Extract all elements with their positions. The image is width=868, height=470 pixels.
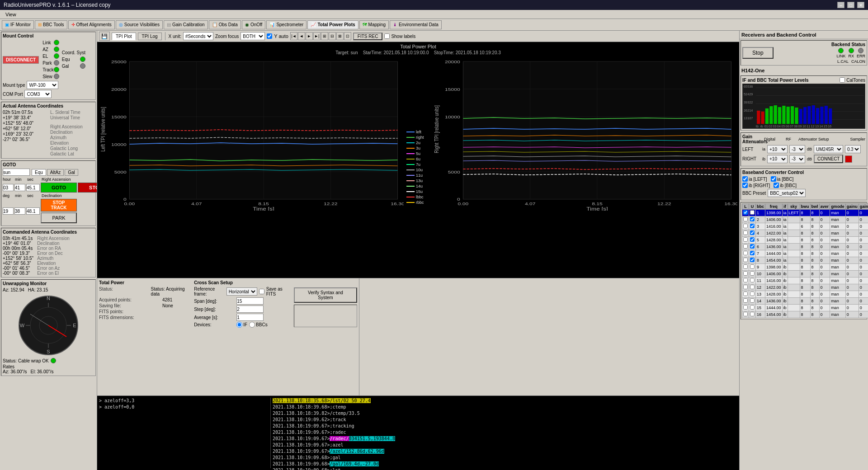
sec-input[interactable] bbox=[26, 184, 40, 191]
row-cb-u[interactable] bbox=[750, 312, 755, 316]
left-digital-select[interactable]: +10 bbox=[767, 145, 788, 153]
row-cb-l[interactable] bbox=[743, 217, 748, 221]
zoom-btn-2[interactable]: ◄ bbox=[298, 32, 305, 40]
x-unit-select[interactable]: #Seconds #Points bbox=[183, 32, 213, 40]
y-auto-checkbox[interactable] bbox=[267, 33, 272, 39]
show-labels-checkbox[interactable] bbox=[384, 33, 390, 39]
park-button[interactable]: PARK bbox=[41, 212, 77, 223]
tab-tpi-plot[interactable]: TPI Plot bbox=[112, 33, 136, 40]
verify-syntax-button[interactable]: Verify Syntax and System bbox=[294, 287, 357, 303]
row-cb-u[interactable] bbox=[750, 224, 755, 228]
devices-if-radio[interactable] bbox=[236, 322, 242, 328]
zoom-btn-1[interactable]: |◄ bbox=[290, 32, 297, 40]
right-rf-select[interactable]: -3 bbox=[789, 155, 805, 163]
row-cb-u[interactable] bbox=[750, 210, 755, 215]
row-cb-l[interactable] bbox=[743, 298, 748, 303]
row-cb-u[interactable] bbox=[750, 258, 755, 262]
cb-ia-bbc[interactable] bbox=[771, 176, 776, 182]
row-cb-l[interactable] bbox=[743, 291, 748, 296]
toolbar-gain-calibration[interactable]: ▤ Gain Calibration bbox=[164, 20, 208, 29]
left-rf-select[interactable]: -3 bbox=[789, 145, 805, 153]
fits-rec-button[interactable]: FITS REC bbox=[353, 33, 383, 40]
toolbar-obs-data[interactable]: 📋 Obs Data bbox=[209, 20, 241, 29]
row-cb-l[interactable] bbox=[743, 278, 748, 282]
maximize-button[interactable]: □ bbox=[847, 2, 854, 8]
toolbar-onoff[interactable]: ◉ OnOff bbox=[242, 20, 266, 29]
min2-input[interactable] bbox=[14, 207, 25, 215]
menu-view[interactable]: View bbox=[2, 11, 20, 18]
zoom-btn-5[interactable]: ⊞ bbox=[321, 32, 328, 40]
row-cb-l[interactable] bbox=[743, 210, 748, 215]
goto-button[interactable]: GOTO bbox=[41, 183, 77, 193]
stop-track-button[interactable]: STOPTRACK bbox=[41, 199, 77, 212]
row-cb-l[interactable] bbox=[743, 312, 748, 316]
backend-stop-button[interactable]: Stop bbox=[742, 47, 774, 59]
tab-tpi-log[interactable]: TPI Log bbox=[138, 33, 162, 40]
zoom-btn-4[interactable]: ►| bbox=[313, 32, 321, 40]
goto-tab-equ[interactable]: Equ bbox=[32, 169, 46, 176]
connect-button[interactable]: CONNECT bbox=[814, 155, 843, 163]
row-cb-u[interactable] bbox=[750, 278, 755, 282]
bbc-preset-select[interactable]: BBC_setup02 BBC_setup01 bbox=[768, 189, 806, 197]
toolbar-mapping[interactable]: 🗺 Mapping bbox=[359, 20, 389, 29]
row-cb-u[interactable] bbox=[750, 230, 755, 235]
cb-ib-bbc[interactable] bbox=[774, 183, 779, 188]
deg-input[interactable] bbox=[3, 207, 14, 215]
left-sampler-select[interactable]: 0.3 bbox=[845, 145, 861, 153]
cb-ia-left[interactable] bbox=[742, 176, 748, 182]
disconnect-button[interactable]: DISCONNECT bbox=[3, 56, 39, 64]
row-cb-u[interactable] bbox=[750, 237, 755, 242]
zoom-btn-3[interactable]: ► bbox=[306, 32, 313, 40]
row-cb-u[interactable] bbox=[750, 271, 755, 276]
toolbar-bbc-tools[interactable]: ⊞ BBC Tools bbox=[35, 20, 67, 29]
row-cb-l[interactable] bbox=[743, 230, 748, 235]
zoom-focus-select[interactable]: BOTH LEFT RIGHT bbox=[241, 32, 265, 40]
row-cb-l[interactable] bbox=[743, 285, 748, 289]
sec2-input[interactable] bbox=[26, 207, 40, 215]
row-cb-u[interactable] bbox=[750, 291, 755, 296]
toolbar-total-power[interactable]: 📈 Total Power Plots bbox=[307, 20, 358, 29]
goto-tab-altaz[interactable]: AltAz bbox=[47, 169, 64, 176]
terminal-input[interactable] bbox=[99, 412, 269, 417]
mount-type-select[interactable]: WP-100 bbox=[27, 81, 58, 89]
zoom-btn-7[interactable]: ⊠ bbox=[336, 32, 344, 40]
toolbar-offset-alignments[interactable]: ✛ Offset Alignments bbox=[68, 20, 115, 29]
row-cb-u[interactable] bbox=[750, 244, 755, 249]
row-cb-u[interactable] bbox=[750, 298, 755, 303]
cs-average-input[interactable] bbox=[236, 314, 264, 321]
com-port-select[interactable]: COM3 bbox=[24, 90, 52, 98]
toolbar-source-visibilities[interactable]: ◎ Source Visibilities bbox=[116, 20, 163, 29]
toolbar-if-monitor[interactable]: ▣ IF Monitor bbox=[2, 20, 34, 29]
min-input[interactable] bbox=[14, 184, 25, 191]
toolbar-spectrometer[interactable]: 📊 Spectrometer bbox=[266, 20, 307, 29]
row-cb-l[interactable] bbox=[743, 258, 748, 262]
left-att-select[interactable]: UM245R bbox=[814, 145, 843, 153]
row-cb-l[interactable] bbox=[743, 271, 748, 276]
row-cb-u[interactable] bbox=[750, 305, 755, 310]
zoom-btn-8[interactable]: ⊡ bbox=[344, 32, 351, 40]
save-as-fits-cb[interactable] bbox=[259, 289, 264, 294]
cs-ref-frame-select[interactable]: Horizontal Equatorial bbox=[226, 287, 257, 296]
close-button[interactable]: ✕ bbox=[857, 2, 864, 8]
row-cb-u[interactable] bbox=[750, 217, 755, 221]
row-cb-u[interactable] bbox=[750, 285, 755, 289]
row-cb-l[interactable] bbox=[743, 237, 748, 242]
stop-button[interactable]: STOP bbox=[78, 183, 97, 193]
minimize-button[interactable]: – bbox=[837, 2, 844, 8]
row-cb-l[interactable] bbox=[743, 251, 748, 255]
save-icon[interactable]: 💾 bbox=[99, 32, 110, 41]
cb-ib-right[interactable] bbox=[742, 183, 748, 188]
toolbar-environmental[interactable]: 🌡 Environmental Data bbox=[390, 20, 442, 29]
cs-step-input[interactable] bbox=[236, 306, 264, 313]
goto-target-input[interactable] bbox=[3, 169, 30, 176]
devices-bbcs-radio[interactable] bbox=[249, 322, 255, 328]
goto-tab-gal[interactable]: Gal bbox=[65, 169, 78, 176]
right-digital-select[interactable]: +10 bbox=[767, 155, 788, 163]
hour-input[interactable] bbox=[3, 184, 14, 191]
row-cb-l[interactable] bbox=[743, 264, 748, 269]
row-cb-l[interactable] bbox=[743, 224, 748, 228]
row-cb-u[interactable] bbox=[750, 264, 755, 269]
caltones-checkbox[interactable] bbox=[840, 77, 845, 83]
zoom-btn-6[interactable]: ⊟ bbox=[329, 32, 336, 40]
row-cb-u[interactable] bbox=[750, 251, 755, 255]
